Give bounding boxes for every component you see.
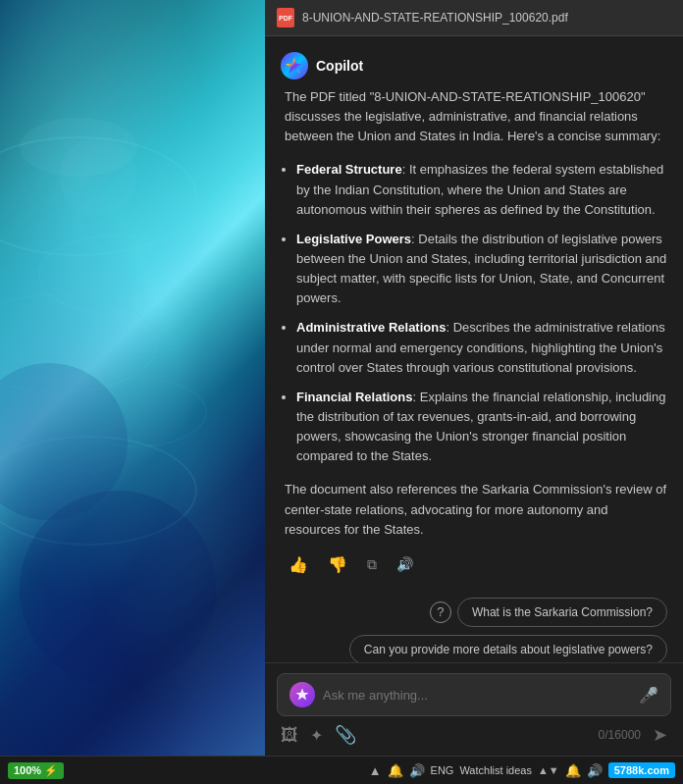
bullet-term-4: Financial Relations [296,390,412,404]
bullet-term-3: Administrative Relations [296,320,446,335]
notification-icon[interactable]: 🔔 [388,763,403,778]
thumbs-up-button[interactable]: 👍 [285,551,312,578]
svg-point-6 [98,235,216,353]
copilot-input-logo [289,682,315,707]
tray-arrow-icon[interactable]: ▲ [369,763,382,778]
question-icon: ? [430,601,451,623]
taskbar-speaker-icon[interactable]: 🔊 [409,763,425,778]
attachment-icon[interactable]: 📎 [335,724,356,746]
top-bar: PDF 8-UNION-AND-STATE-REATIONSHIP_100620… [265,0,683,36]
suggestion-chip-2[interactable]: Can you provide more details about legis… [349,635,667,662]
input-row: 🎤 [277,673,671,716]
taskbar-volume-icon: 🔊 [587,763,603,778]
thumbs-down-icon: 👎 [328,555,347,574]
bullet-item: Financial Relations: Explains the financ… [296,388,667,467]
svg-point-9 [20,118,137,177]
taskbar: 100% ⚡ ▲ 🔔 🔊 ENG Watchlist ideas ▲▼ 🔔 🔊 … [0,756,683,784]
send-button[interactable]: ➤ [653,724,667,746]
bullet-list: Federal Structure: It emphasizes the fed… [281,160,667,466]
toolbar-row: 🖼 ✦ 📎 0/16000 ➤ [277,716,671,746]
action-buttons: 👍 👎 ⧉ 🔊 [281,551,667,578]
background-image [0,0,265,756]
copilot-name: Copilot [316,58,363,74]
sparkle-icon[interactable]: ✦ [310,726,323,745]
thumbs-up-icon: 👍 [289,555,308,574]
taskbar-tray: ▲ 🔔 🔊 ENG Watchlist ideas ▲▼ 🔔 🔊 5788k.c… [369,762,675,778]
copilot-logo [281,52,308,79]
taskbar-watchlist[interactable]: Watchlist ideas [459,764,532,776]
pdf-title: 8-UNION-AND-STATE-REATIONSHIP_100620.pdf [302,11,568,25]
copy-button[interactable]: ⧉ [363,551,381,578]
speaker-icon: 🔊 [396,556,413,572]
taskbar-battery: 100% ⚡ [8,762,64,779]
bullet-item: Legislative Powers: Details the distribu… [296,230,667,309]
taskbar-tray-arrows: ▲▼ [538,764,559,776]
chat-panel: PDF 8-UNION-AND-STATE-REATIONSHIP_100620… [265,0,683,756]
speaker-button[interactable]: 🔊 [393,551,417,578]
copilot-message: Copilot The PDF titled "8-UNION-AND-STAT… [281,52,667,578]
taskbar-brand: 5788k.com [608,762,675,778]
suggestions-area: ? What is the Sarkaria Commission? Can y… [281,590,667,662]
svg-point-8 [20,491,216,687]
copilot-outro: The document also references the Sarkari… [281,480,667,539]
battery-percentage: 100% [14,764,41,776]
input-area: 🎤 🖼 ✦ 📎 0/16000 ➤ [265,662,683,756]
copy-icon: ⧉ [367,556,377,573]
bullet-term-2: Legislative Powers [296,232,411,246]
copilot-intro: The PDF titled "8-UNION-AND-STATE-REATIO… [281,87,667,146]
chat-input[interactable] [323,688,631,703]
taskbar-tray-icon2: 🔔 [565,763,581,778]
pdf-icon: PDF [277,8,294,27]
bullet-item: Federal Structure: It emphasizes the fed… [296,160,667,219]
taskbar-lang: ENG [431,764,454,776]
suggestion-chip-1[interactable]: What is the Sarkaria Commission? [457,598,667,627]
chat-content: Copilot The PDF titled "8-UNION-AND-STAT… [265,36,683,662]
bullet-item: Administrative Relations: Describes the … [296,318,667,377]
lightning-icon: ⚡ [44,764,58,777]
suggestion-header: ? What is the Sarkaria Commission? [430,598,667,627]
thumbs-down-button[interactable]: 👎 [324,551,351,578]
bullet-term-1: Federal Structure [296,162,402,177]
copilot-header: Copilot [281,52,667,79]
char-count: 0/16000 [599,728,641,742]
mic-icon[interactable]: 🎤 [639,686,658,705]
image-upload-icon[interactable]: 🖼 [281,725,298,746]
